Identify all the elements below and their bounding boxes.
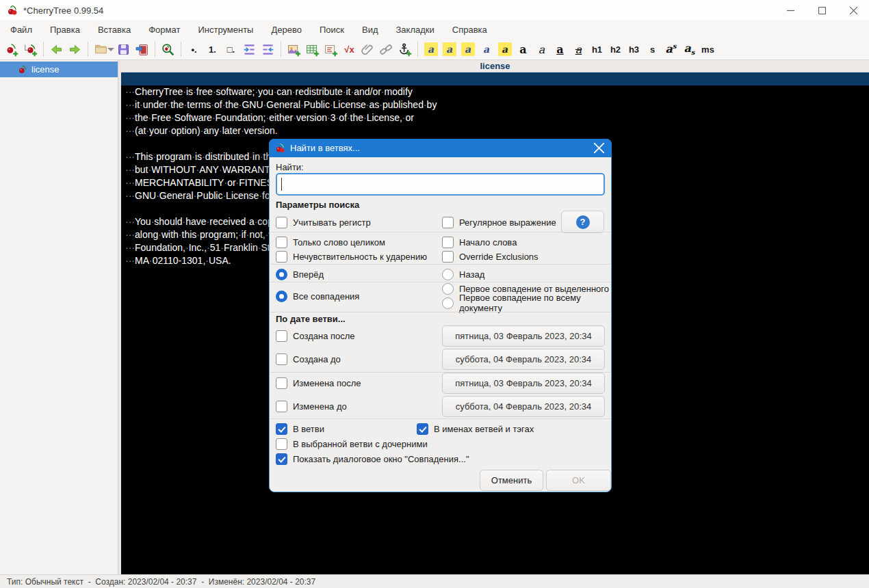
bold-icon[interactable]: a xyxy=(514,40,532,58)
insert-codebox-icon[interactable] xyxy=(322,40,340,58)
editor-line[interactable]: ···it·under·the·terms·of·the·GNU·General… xyxy=(121,98,869,111)
accent-insensitive-checkbox[interactable] xyxy=(276,251,287,263)
monospace-icon[interactable]: ms xyxy=(699,40,717,58)
editor-line[interactable]: ···the·Free·Software·Foundation;·either·… xyxy=(121,111,869,124)
menu-insert[interactable]: Вставка xyxy=(89,22,140,38)
menu-help[interactable]: Справка xyxy=(443,22,496,38)
insert-anchor-icon[interactable] xyxy=(395,40,414,58)
option-accent-insensitive[interactable]: Нечувствительность к ударению xyxy=(276,249,427,264)
maximize-button[interactable] xyxy=(806,0,838,21)
option-modified-after[interactable]: Изменена после xyxy=(276,375,361,390)
indent-right-icon[interactable] xyxy=(240,40,259,58)
modified-after-date-button[interactable]: пятница, 03 Февраль 2023, 20:34 xyxy=(442,373,605,394)
bullet-list-icon[interactable]: •. xyxy=(185,40,203,58)
todo-list-icon[interactable]: □. xyxy=(222,40,240,58)
menu-bookmarks[interactable]: Закладки xyxy=(387,22,443,38)
editor-line[interactable]: ···CherryTree·is·free·software;·you·can·… xyxy=(121,85,869,98)
strikethrough-icon[interactable]: a xyxy=(569,40,588,58)
ok-button[interactable]: OK xyxy=(546,470,611,491)
created-after-checkbox[interactable] xyxy=(276,330,287,342)
format-color-bg-icon[interactable]: a xyxy=(440,40,458,58)
option-backward[interactable]: Назад xyxy=(442,267,484,282)
dialog-titlebar[interactable]: Найти в ветвях... xyxy=(269,139,612,157)
backward-radio[interactable] xyxy=(442,269,454,280)
new-node-icon[interactable] xyxy=(3,40,21,58)
tree-node-license[interactable]: license xyxy=(0,62,118,77)
option-all-matches[interactable]: Все совпадения xyxy=(276,289,359,304)
close-button[interactable] xyxy=(838,0,869,21)
option-modified-before[interactable]: Изменена до xyxy=(276,399,347,414)
option-whole-word[interactable]: Только слово целиком xyxy=(276,235,385,250)
in-node-names-tags-checkbox[interactable] xyxy=(417,423,428,435)
editor-line[interactable] xyxy=(121,72,869,85)
format-color-fg-icon[interactable]: a xyxy=(421,40,440,58)
small-icon[interactable]: s xyxy=(643,40,662,58)
option-forward[interactable]: Вперёд xyxy=(276,267,324,282)
search-input[interactable] xyxy=(276,173,605,196)
insert-table-icon[interactable] xyxy=(303,40,322,58)
in-node-checkbox[interactable] xyxy=(276,423,287,435)
option-in-node-names-tags[interactable]: В именах ветвей и тэгах xyxy=(417,421,534,436)
all-matches-radio[interactable] xyxy=(276,291,287,302)
option-in-node[interactable]: В ветви xyxy=(276,421,324,436)
option-match-case[interactable]: Учитывать регистр xyxy=(276,215,371,230)
insert-image-icon[interactable] xyxy=(285,40,303,58)
option-override-exclusions[interactable]: Override Exclusions xyxy=(442,249,539,264)
whole-word-checkbox[interactable] xyxy=(276,237,287,248)
start-word-checkbox[interactable] xyxy=(442,237,454,248)
regexp-checkbox[interactable] xyxy=(442,217,454,228)
forward-radio[interactable] xyxy=(276,269,287,280)
minimize-button[interactable] xyxy=(775,0,806,21)
go-forward-icon[interactable] xyxy=(66,40,84,58)
option-regexp[interactable]: Регулярное выражение xyxy=(442,215,556,230)
format-latest-fg-icon[interactable]: a xyxy=(477,40,495,58)
modified-before-date-button[interactable]: суббота, 04 Февраль 2023, 20:34 xyxy=(442,396,605,417)
format-clear-icon[interactable]: a xyxy=(458,40,477,58)
created-after-date-button[interactable]: пятница, 03 Февраль 2023, 20:34 xyxy=(442,325,605,347)
subscript-icon[interactable]: as xyxy=(680,40,699,58)
save-as-icon[interactable] xyxy=(133,40,151,58)
option-created-before[interactable]: Создана до xyxy=(276,351,341,366)
show-matches-dialog-checkbox[interactable] xyxy=(276,453,287,465)
menu-tools[interactable]: Инструменты xyxy=(189,22,262,38)
menu-search[interactable]: Поиск xyxy=(311,22,353,38)
option-in-selected-with-children[interactable]: В выбранной ветви с дочерними xyxy=(276,436,428,451)
in-selected-with-children-checkbox[interactable] xyxy=(276,438,287,450)
h1-icon[interactable]: h1 xyxy=(588,40,606,58)
option-created-after[interactable]: Создана после xyxy=(276,328,355,343)
insert-formula-icon[interactable]: √x xyxy=(340,40,359,58)
option-show-matches-dialog[interactable]: Показать диалоговое окно "Совпадения..." xyxy=(276,451,469,466)
menu-file[interactable]: Файл xyxy=(1,22,41,38)
menu-tree[interactable]: Дерево xyxy=(262,22,310,38)
menu-format[interactable]: Формат xyxy=(140,22,189,38)
find-icon[interactable] xyxy=(159,40,177,58)
match-case-checkbox[interactable] xyxy=(276,217,287,228)
insert-link-icon[interactable] xyxy=(377,40,395,58)
format-latest-bg-icon[interactable]: a xyxy=(495,40,514,58)
indent-left-icon[interactable] xyxy=(259,40,277,58)
h2-icon[interactable]: h2 xyxy=(606,40,625,58)
superscript-icon[interactable]: as xyxy=(662,40,680,58)
new-subnode-icon[interactable] xyxy=(21,40,40,58)
first-in-document-radio[interactable] xyxy=(442,297,454,309)
editor-line[interactable]: ···(at·your·option)·any·later·version. xyxy=(121,124,869,137)
option-start-word[interactable]: Начало слова xyxy=(442,235,517,250)
save-icon[interactable] xyxy=(114,40,133,58)
go-back-icon[interactable] xyxy=(47,40,66,58)
numbered-list-icon[interactable]: 1. xyxy=(203,40,222,58)
italic-icon[interactable]: a xyxy=(532,40,551,58)
override-exclusions-checkbox[interactable] xyxy=(442,251,454,263)
menu-edit[interactable]: Правка xyxy=(41,22,89,38)
attach-file-icon[interactable] xyxy=(359,40,377,58)
created-before-date-button[interactable]: суббота, 04 Февраль 2023, 20:34 xyxy=(442,349,605,370)
help-button[interactable]: ? xyxy=(561,211,604,233)
menu-view[interactable]: Вид xyxy=(353,22,387,38)
dialog-close-icon[interactable] xyxy=(588,139,609,157)
created-before-checkbox[interactable] xyxy=(276,353,287,365)
cancel-button[interactable]: Отменить xyxy=(480,470,543,491)
modified-before-checkbox[interactable] xyxy=(276,401,287,412)
option-first-in-document[interactable]: Первое совпадение по всему документу xyxy=(442,295,611,310)
open-file-dropdown-icon[interactable] xyxy=(107,48,114,55)
underline-icon[interactable]: a xyxy=(551,40,569,58)
h3-icon[interactable]: h3 xyxy=(625,40,643,58)
